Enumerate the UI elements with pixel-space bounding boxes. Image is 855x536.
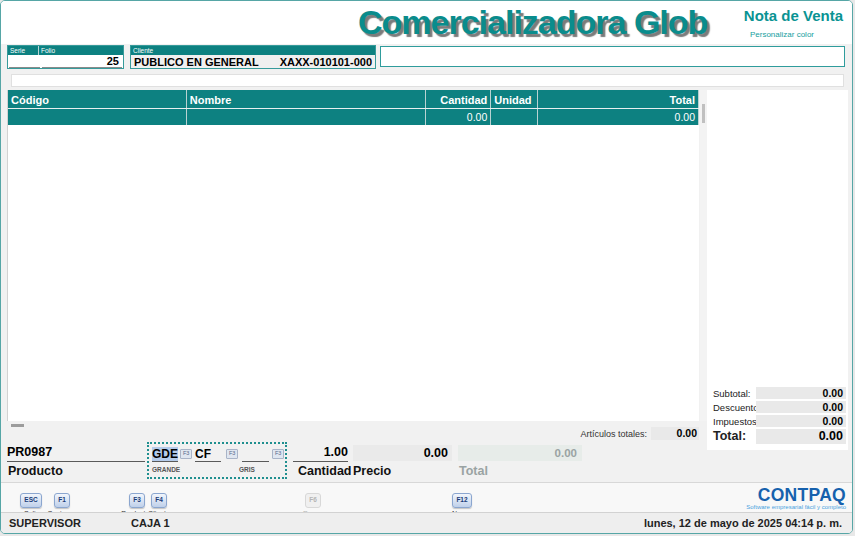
- precio-label: Precio: [353, 464, 391, 478]
- attr1-caption: GRANDE: [152, 466, 180, 473]
- row-unidad: [491, 109, 538, 125]
- cantidad-input[interactable]: 1.00: [293, 445, 348, 462]
- cantidad-label: Cantidad: [298, 464, 351, 478]
- contpaq-tagline: Software empresarial fácil y completo: [734, 504, 846, 510]
- articulos-totales-label: Artículos totales:: [541, 429, 647, 439]
- total-value: 0.00: [756, 429, 846, 444]
- linea-total-field: 0.00: [458, 445, 582, 461]
- vertical-scrollbar-thumb[interactable]: [702, 104, 705, 123]
- attr1-input[interactable]: GDE: [152, 447, 178, 462]
- company-title: Comercializadora Glob: [358, 0, 738, 44]
- caracteristicas-box: GDE F3 CF F3 F3 GRANDE GRIS: [147, 442, 287, 479]
- vertical-scrollbar[interactable]: [700, 90, 707, 421]
- descuentos-row: Descuentos: 0.00: [707, 401, 848, 414]
- attr3-input[interactable]: [242, 447, 269, 462]
- scan-input[interactable]: [11, 74, 844, 87]
- precio-field[interactable]: 0.00: [353, 445, 452, 461]
- articulos-totales-value: 0.00: [651, 427, 699, 440]
- column-header-codigo: Código: [8, 90, 187, 108]
- pos-window: Comercializadora Glob Nota de Venta Pers…: [0, 0, 853, 534]
- f1-key-icon: F1: [54, 493, 70, 508]
- column-header-cantidad: Cantidad: [426, 90, 491, 108]
- row-codigo: [8, 109, 187, 125]
- column-header-total: Total: [538, 90, 699, 108]
- descuentos-value: 0.00: [756, 401, 846, 413]
- document-type-title: Nota de Venta: [744, 7, 843, 24]
- impuestos-value: 0.00: [756, 415, 846, 427]
- subtotal-value: 0.00: [756, 387, 846, 399]
- total-row: Total: 0.00: [707, 429, 848, 442]
- status-datetime: lunes, 12 de mayo de 2025 04:14 p. m.: [644, 517, 842, 529]
- totals-panel: Subtotal: 0.00 Descuentos: 0.00 Impuesto…: [707, 90, 848, 450]
- cliente-header: Cliente: [131, 46, 375, 55]
- row-cantidad: 0.00: [426, 109, 491, 125]
- horizontal-scrollbar-thumb[interactable]: [11, 424, 24, 427]
- column-header-nombre: Nombre: [187, 90, 427, 108]
- status-caja: CAJA 1: [131, 517, 170, 529]
- cliente-panel: Cliente PUBLICO EN GENERAL XAXX-010101-0…: [130, 45, 376, 69]
- items-table: Código Nombre Cantidad Unidad Total 0.00…: [7, 90, 699, 421]
- column-header-unidad: Unidad: [491, 90, 538, 108]
- attr1-f3-button[interactable]: F3: [180, 449, 192, 459]
- observations-input[interactable]: [380, 46, 845, 67]
- folio-input[interactable]: 25: [42, 55, 122, 68]
- serie-folio-panel: Serie Folio 25: [7, 45, 124, 69]
- folio-label: Folio: [39, 46, 123, 55]
- serie-label: Serie: [8, 46, 39, 55]
- personalize-color-link[interactable]: Personalizar color: [750, 30, 814, 39]
- f6-key-icon: F6: [305, 493, 321, 508]
- impuestos-row: Impuestos: 0.00: [707, 415, 848, 428]
- impuestos-label: Impuestos:: [713, 416, 759, 427]
- table-header-row: Código Nombre Cantidad Unidad Total: [8, 90, 699, 109]
- producto-input[interactable]: PR0987: [7, 445, 145, 462]
- esc-key-icon: ESC: [20, 493, 41, 508]
- cliente-name: PUBLICO EN GENERAL: [131, 56, 280, 68]
- subtotal-label: Subtotal:: [713, 388, 751, 399]
- contpaq-logo-text: CONTPAQ: [734, 487, 846, 504]
- serie-folio-header: Serie Folio: [8, 46, 123, 55]
- f12-key-icon: F12: [452, 493, 471, 508]
- contpaq-logo: CONTPAQ Software empresarial fácil y com…: [734, 487, 846, 510]
- serie-folio-body: 25: [8, 55, 123, 68]
- status-user: SUPERVISOR: [9, 517, 81, 529]
- serie-input[interactable]: [9, 55, 40, 68]
- cliente-body[interactable]: PUBLICO EN GENERAL XAXX-010101-000: [131, 55, 375, 68]
- attr3-f3-button[interactable]: F3: [272, 449, 284, 459]
- attr2-caption: GRIS: [239, 466, 255, 473]
- subtotal-row: Subtotal: 0.00: [707, 387, 848, 400]
- table-row-selected[interactable]: 0.00 0.00: [8, 109, 699, 125]
- linea-total-label: Total: [459, 464, 488, 478]
- status-bar: SUPERVISOR CAJA 1 lunes, 12 de mayo de 2…: [1, 512, 852, 533]
- row-nombre: [187, 109, 427, 125]
- producto-label: Producto: [8, 464, 63, 478]
- attr2-f3-button[interactable]: F3: [226, 449, 238, 459]
- total-label: Total:: [713, 429, 746, 443]
- attr2-input[interactable]: CF: [195, 447, 221, 462]
- cliente-label: Cliente: [131, 46, 153, 55]
- f4-key-icon: F4: [151, 493, 167, 508]
- row-total: 0.00: [538, 109, 699, 125]
- cliente-rfc: XAXX-010101-000: [280, 56, 375, 68]
- header: Comercializadora Glob Nota de Venta Pers…: [1, 1, 852, 44]
